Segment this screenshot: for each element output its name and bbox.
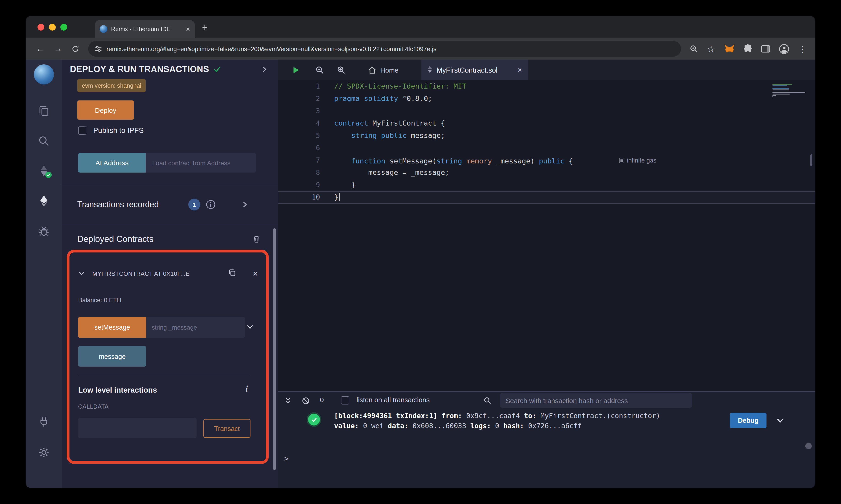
terminal-prompt[interactable]: >	[284, 454, 289, 463]
line-number: 4	[278, 117, 320, 130]
search-icon[interactable]	[38, 135, 50, 147]
code-editor[interactable]: 1// SPDX-License-Identifier: MIT2pragma …	[278, 80, 816, 391]
address-bar[interactable]: remix.ethereum.org/#lang=en&optimize=fal…	[88, 41, 681, 57]
at-address-input[interactable]	[146, 153, 256, 173]
terminal: 0 listen on all transactions [block:4994…	[278, 391, 816, 488]
editor-tab-bar: Home MyFirstContract.sol ×	[278, 60, 816, 80]
tab-file-close-icon[interactable]: ×	[517, 66, 522, 74]
tab-myfirstcontract[interactable]: MyFirstContract.sol ×	[421, 60, 528, 80]
file-explorer-icon[interactable]	[38, 105, 50, 117]
transact-button[interactable]: Transact	[203, 419, 251, 438]
debugger-icon[interactable]	[38, 225, 50, 237]
code-line[interactable]: 2pragma solidity ^0.8.0;	[278, 93, 816, 105]
copy-address-icon[interactable]	[228, 268, 236, 278]
set-message-input[interactable]	[146, 317, 245, 338]
back-button[interactable]: ←	[36, 44, 45, 54]
side-panel-icon[interactable]	[761, 45, 770, 53]
line-number: 1	[278, 80, 320, 93]
code-line[interactable]: 10}	[278, 191, 816, 204]
low-level-info-icon[interactable]: i	[245, 384, 248, 394]
listen-all-label: listen on all transactions	[357, 396, 430, 403]
contract-collapse-chevron-icon[interactable]	[78, 270, 85, 278]
browser-menu-kebab-icon[interactable]: ⋮	[798, 43, 807, 54]
line-number: 10	[278, 191, 320, 204]
transactions-expand-chevron-icon[interactable]	[242, 201, 248, 210]
at-address-button[interactable]: At Address	[78, 153, 146, 173]
terminal-collapse-icon[interactable]	[284, 397, 292, 406]
publish-ipfs-row: Publish to IPFS	[78, 126, 144, 135]
metamask-extension-icon[interactable]	[724, 44, 735, 53]
line-number: 3	[278, 105, 320, 117]
zoom-out-icon[interactable]	[315, 66, 324, 76]
remove-contract-icon[interactable]: ×	[253, 269, 258, 278]
panel-collapse-chevron-icon[interactable]	[261, 66, 268, 74]
tab-home[interactable]: Home	[357, 60, 410, 80]
reload-button[interactable]	[71, 45, 80, 53]
minimize-window-button[interactable]	[49, 24, 56, 31]
extensions-puzzle-icon[interactable]	[743, 44, 752, 53]
forward-button[interactable]: →	[53, 44, 63, 54]
code-line[interactable]: 6	[278, 142, 816, 154]
calldata-label: CALLDATA	[78, 403, 109, 410]
settings-gear-icon[interactable]	[38, 447, 50, 458]
solidity-file-icon	[427, 66, 432, 75]
site-settings-tune-icon[interactable]	[95, 45, 102, 53]
close-window-button[interactable]	[37, 24, 44, 31]
code-line[interactable]: 1// SPDX-License-Identifier: MIT	[278, 80, 816, 93]
terminal-search-input[interactable]	[500, 393, 692, 408]
divider	[78, 375, 250, 375]
editor-scrollbar-thumb[interactable]	[810, 154, 812, 166]
transactions-info-icon[interactable]	[206, 199, 216, 211]
panel-check-icon	[214, 66, 221, 73]
remix-logo[interactable]	[34, 65, 54, 85]
maximize-window-button[interactable]	[60, 24, 67, 31]
debug-button[interactable]: Debug	[730, 413, 767, 428]
deploy-button[interactable]: Deploy	[77, 101, 134, 120]
screen: Remix - Ethereum IDE × + ← → remix.ether…	[0, 0, 841, 504]
code-line[interactable]: 3	[278, 105, 816, 117]
clear-console-icon[interactable]	[302, 397, 310, 407]
browser-tab[interactable]: Remix - Ethereum IDE ×	[95, 20, 195, 38]
set-message-button[interactable]: setMessage	[78, 317, 146, 338]
window-controls	[37, 24, 67, 31]
divider	[62, 185, 278, 185]
zoom-in-icon[interactable]	[337, 66, 345, 76]
calldata-input[interactable]	[78, 418, 196, 438]
code-line[interactable]: 5 string public message;	[278, 130, 816, 142]
icon-rail	[25, 60, 62, 488]
compile-success-badge	[45, 172, 51, 178]
clear-deployed-trash-icon[interactable]	[253, 235, 260, 245]
remix-app: DEPLOY & RUN TRANSACTIONS evm version: s…	[25, 60, 816, 488]
plugin-manager-icon[interactable]	[38, 416, 50, 428]
expand-args-chevron-icon[interactable]	[246, 323, 254, 332]
tab-home-label: Home	[380, 66, 398, 74]
tab-close-icon[interactable]: ×	[186, 25, 190, 33]
log-expand-chevron-icon[interactable]	[776, 416, 784, 426]
transactions-recorded-row: Transactions recorded 1	[62, 197, 278, 212]
profile-avatar-icon[interactable]	[779, 43, 789, 54]
minimap[interactable]	[772, 84, 809, 97]
run-script-play-icon[interactable]	[292, 66, 300, 76]
deployed-contract-header[interactable]: MYFIRSTCONTRACT AT 0X10F...E ×	[78, 266, 261, 281]
deploy-run-icon[interactable]	[38, 195, 49, 207]
terminal-scroll-dot[interactable]	[805, 443, 812, 449]
listen-all-checkbox[interactable]	[341, 396, 349, 404]
code-line[interactable]: 9 }	[278, 179, 816, 191]
message-getter-button[interactable]: message	[78, 346, 146, 366]
low-level-heading: Low level interactions	[78, 386, 157, 394]
code-line[interactable]: 8 message = _message;	[278, 167, 816, 179]
editor-area: Home MyFirstContract.sol × 1// SPDX-Lice…	[278, 60, 816, 488]
new-tab-button[interactable]: +	[202, 22, 208, 32]
browser-window: Remix - Ethereum IDE × + ← → remix.ether…	[25, 16, 816, 488]
publish-ipfs-checkbox[interactable]	[78, 126, 86, 135]
solidity-compiler-icon[interactable]	[38, 165, 49, 177]
code-line[interactable]: 7 function setMessage(string memory _mes…	[278, 154, 816, 167]
line-number: 8	[278, 167, 320, 179]
code-line[interactable]: 4contract MyFirstContract {	[278, 117, 816, 130]
bookmark-star-icon[interactable]: ☆	[707, 43, 716, 54]
tx-log-block[interactable]: [block:4994361 txIndex:1] from: 0x9cf...…	[334, 411, 660, 431]
transactions-recorded-label: Transactions recorded	[77, 200, 159, 209]
page-zoom-icon[interactable]	[690, 45, 698, 53]
panel-scrollbar[interactable]	[273, 228, 276, 470]
line-number: 5	[278, 130, 320, 142]
